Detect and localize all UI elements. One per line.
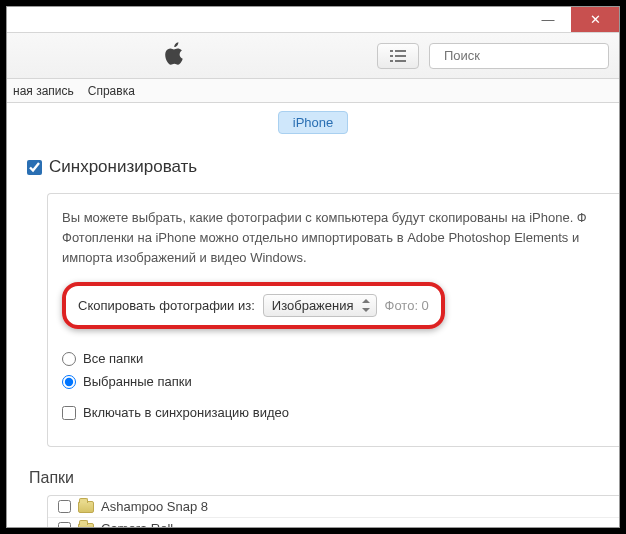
radio-all-input[interactable] xyxy=(62,352,76,366)
device-tab-iphone[interactable]: iPhone xyxy=(278,111,348,134)
folder-row[interactable]: Camera Roll xyxy=(48,518,619,528)
search-field[interactable] xyxy=(429,43,609,69)
close-button[interactable]: ✕ xyxy=(571,7,619,32)
svg-rect-1 xyxy=(395,50,406,52)
list-view-button[interactable] xyxy=(377,43,419,69)
folder-row[interactable]: Ashampoo Snap 8 xyxy=(48,496,619,518)
include-video-row[interactable]: Включать в синхронизацию видео xyxy=(62,405,619,420)
copy-source-select[interactable]: Изображения xyxy=(263,294,377,317)
folder-list: Ashampoo Snap 8 Camera Roll Saved Pictur… xyxy=(47,495,619,528)
radio-all-folders[interactable]: Все папки xyxy=(62,351,619,366)
minimize-button[interactable]: — xyxy=(525,7,571,32)
menu-help[interactable]: Справка xyxy=(88,84,135,98)
list-icon xyxy=(390,50,406,62)
photo-count: Фото: 0 xyxy=(385,298,429,313)
folder-icon xyxy=(78,523,94,528)
menu-account[interactable]: ная запись xyxy=(13,84,74,98)
radio-selected-label: Выбранные папки xyxy=(83,374,192,389)
sync-checkbox[interactable] xyxy=(27,160,42,175)
svg-rect-4 xyxy=(390,60,393,62)
copy-source-highlight: Скопировать фотографии из: Изображения Ф… xyxy=(62,282,445,329)
include-video-checkbox[interactable] xyxy=(62,406,76,420)
folder-icon xyxy=(78,501,94,513)
radio-selected-folders[interactable]: Выбранные папки xyxy=(62,374,619,389)
search-input[interactable] xyxy=(444,48,612,63)
sync-description: Вы можете выбрать, какие фотографии с ко… xyxy=(62,208,619,268)
folder-name: Ashampoo Snap 8 xyxy=(101,499,208,514)
svg-rect-0 xyxy=(390,50,393,52)
radio-all-label: Все папки xyxy=(83,351,143,366)
sync-label: Синхронизировать xyxy=(49,157,197,177)
svg-rect-2 xyxy=(390,55,393,57)
folder-name: Camera Roll xyxy=(101,521,173,528)
svg-rect-5 xyxy=(395,60,406,62)
copy-from-label: Скопировать фотографии из: xyxy=(78,298,255,313)
radio-selected-input[interactable] xyxy=(62,375,76,389)
include-video-label: Включать в синхронизацию видео xyxy=(83,405,289,420)
apple-logo-icon xyxy=(165,42,185,69)
folder-checkbox[interactable] xyxy=(58,500,71,513)
folders-header: Папки xyxy=(29,469,619,487)
svg-rect-3 xyxy=(395,55,406,57)
folder-checkbox[interactable] xyxy=(58,522,71,528)
